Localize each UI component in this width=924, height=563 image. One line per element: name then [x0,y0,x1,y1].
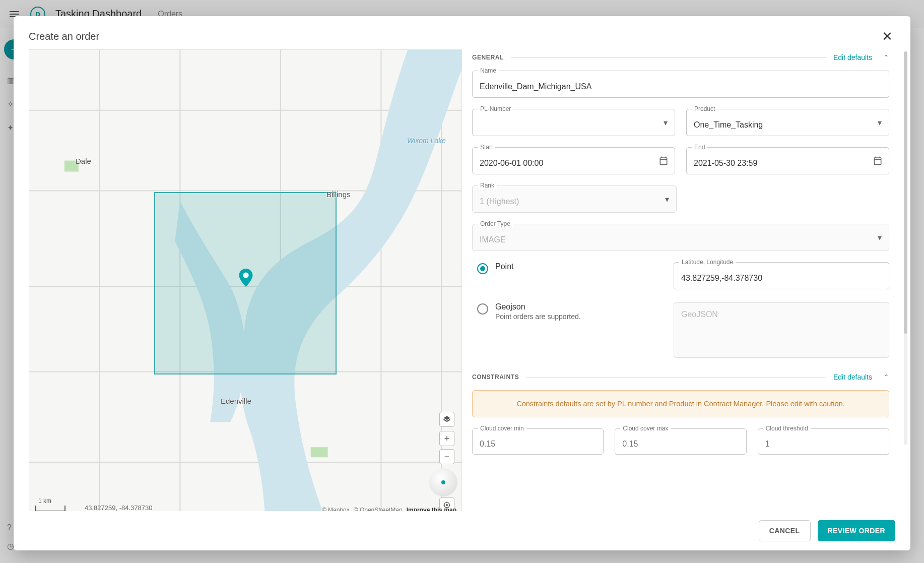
map-panel[interactable]: Wixom Lake Dale Billings Edenville + − [29,49,462,511]
cloudcover-max-field[interactable]: Cloud cover max [615,428,746,455]
modal-title: Create an order [29,31,99,42]
geojson-placeholder: GeoJSON [681,310,718,319]
calendar-icon[interactable] [873,156,883,166]
svg-rect-12 [311,447,328,457]
radio-geojson-sub: Point orders are supported. [495,312,581,321]
form-panel: GENERAL Edit defaults ⌃ Name PL-Number [472,49,898,511]
create-order-modal: Create an order ✕ [14,16,910,550]
attr-improve[interactable]: Improve this map [407,507,456,511]
ordertype-select: Order Type IMAGE ▾ [472,224,889,251]
review-order-button[interactable]: REVIEW ORDER [818,520,895,541]
radio-geojson-label: Geojson [495,302,581,311]
cc-min-input[interactable] [480,440,596,449]
name-field[interactable]: Name [472,71,889,98]
end-date-field[interactable]: End 2021-05-30 23:59 [686,147,889,174]
svg-point-14 [446,504,448,506]
section-general-title: GENERAL [472,54,504,61]
attr-osm[interactable]: © OpenStreetMap [354,507,403,511]
map-zoom-in-button[interactable]: + [439,431,454,446]
rank-value: 1 (Highest) [480,197,669,206]
start-label: Start [478,144,495,151]
chevron-up-icon[interactable]: ⌃ [883,53,889,61]
edit-defaults-link-general[interactable]: Edit defaults [833,53,872,61]
name-label: Name [478,67,499,74]
end-label: End [692,144,707,151]
chevron-up-icon[interactable]: ⌃ [883,373,889,381]
plnumber-select[interactable]: PL-Number ▾ [472,109,675,136]
end-value: 2021-05-30 23:59 [694,159,882,168]
product-label: Product [692,105,717,112]
section-constraints-title: CONSTRAINTS [472,373,519,381]
map-scale-label: 1 km [38,497,51,505]
start-value: 2020-06-01 00:00 [480,159,668,168]
form-scrollbar-thumb[interactable] [904,51,907,334]
name-input[interactable] [480,82,882,91]
latlon-field[interactable]: Latitude, Longitude [674,262,889,289]
svg-point-13 [243,272,248,278]
radio-point-label: Point [495,262,513,271]
map-coordinates: 43.827259, -84.378730 [85,504,152,511]
ordertype-value: IMAGE [480,235,882,244]
attr-mapbox[interactable]: © Mapbox [322,507,350,511]
constraints-warning: Constraints defaults are set by PL numbe… [472,390,889,417]
start-date-field[interactable]: Start 2020-06-01 00:00 [472,147,675,174]
radio-geojson[interactable] [477,303,488,315]
section-constraints-header: CONSTRAINTS Edit defaults ⌃ [472,373,889,381]
rank-select: Rank 1 (Highest) ▾ [472,185,677,213]
map-attribution: © Mapbox © OpenStreetMap Improve this ma… [322,507,456,511]
modal-overlay: Create an order ✕ [0,0,924,563]
modal-header: Create an order ✕ [14,16,910,49]
map-pin-icon[interactable] [239,269,253,287]
cc-thr-label: Cloud threshold [763,425,811,432]
map-scale: 1 km [35,506,65,511]
radio-point[interactable] [477,263,488,274]
cloudcover-min-field[interactable]: Cloud cover min [472,428,604,455]
cc-max-label: Cloud cover max [620,425,671,432]
cc-min-label: Cloud cover min [478,425,526,432]
cancel-button[interactable]: CANCEL [759,520,811,541]
cloud-threshold-field[interactable]: Cloud threshold [758,428,889,455]
rank-label: Rank [478,182,497,189]
map-zoom-out-button[interactable]: − [439,449,454,464]
product-select[interactable]: Product One_Time_Tasking ▾ [686,109,889,136]
cc-thr-input[interactable] [765,440,882,449]
modal-footer: CANCEL REVIEW ORDER [14,511,910,550]
edit-defaults-link-constraints[interactable]: Edit defaults [833,373,872,381]
svg-rect-11 [64,161,79,172]
section-general-header: GENERAL Edit defaults ⌃ [472,53,889,61]
latlon-label: Latitude, Longitude [679,259,736,266]
calendar-icon[interactable] [658,156,669,166]
chevron-down-icon: ▾ [664,118,668,128]
close-icon[interactable]: ✕ [879,28,895,44]
map-layers-button[interactable] [439,412,454,427]
map-globe-icon[interactable] [429,468,457,496]
geojson-textarea: GeoJSON [674,302,889,358]
product-value: One_Time_Tasking [694,120,882,130]
plnumber-label: PL-Number [478,105,513,112]
cc-max-input[interactable] [622,440,739,449]
latlon-input[interactable] [681,274,882,283]
ordertype-label: Order Type [478,220,513,227]
